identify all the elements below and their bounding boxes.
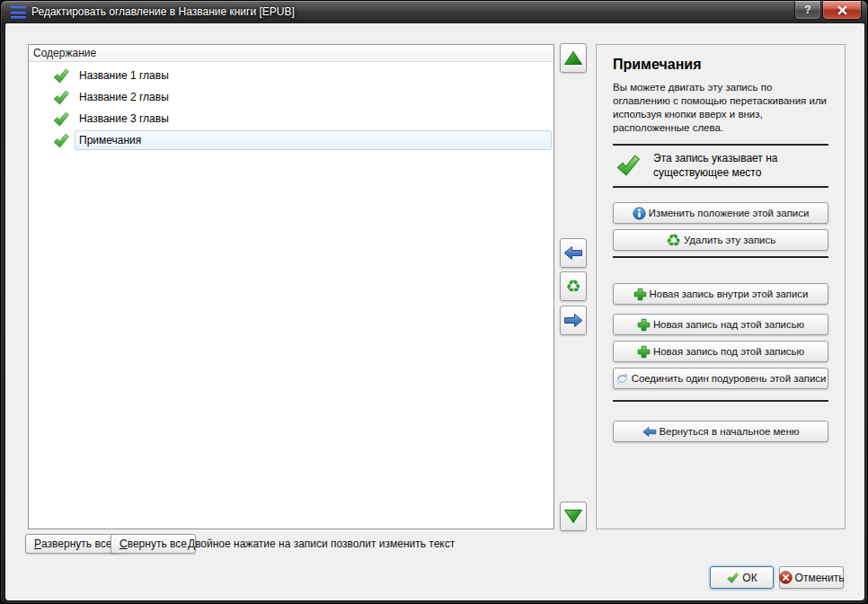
ok-button[interactable]: ОК: [710, 566, 774, 589]
toc-entry-label: Название 2 главы: [75, 87, 552, 107]
plus-icon: [637, 345, 651, 359]
close-button[interactable]: [822, 1, 862, 20]
toc-entry-label: Название 3 главы: [75, 109, 552, 129]
cancel-icon: [779, 571, 793, 584]
check-icon: [51, 88, 71, 106]
recycle-icon: ♻: [666, 232, 681, 249]
plus-icon: [637, 318, 651, 332]
expand-all-button[interactable]: Развернуть все: [25, 534, 120, 554]
toc-entry[interactable]: Название 2 главы: [29, 86, 554, 108]
delete-entry-button[interactable]: ♻Удалить эту запись: [613, 229, 828, 251]
toc-entry-label: Название 1 главы: [75, 66, 552, 85]
toc-entry[interactable]: Примечания: [29, 129, 554, 151]
button-label: Вернуться в начальное меню: [660, 426, 800, 437]
check-icon: [51, 131, 71, 149]
window-title: Редактировать оглавление в Название книг…: [31, 1, 295, 23]
toc-menu-icon: [11, 6, 26, 19]
recycle-icon: ♻: [565, 278, 580, 295]
entry-panel: Примечания Вы можете двигать эту запись …: [596, 44, 846, 529]
move-down-button[interactable]: [560, 502, 587, 531]
toc-entry[interactable]: Название 1 главы: [29, 65, 554, 86]
dialog-window: Редактировать оглавление в Название книг…: [0, 0, 868, 604]
button-label: Новая запись под этой записью: [653, 346, 804, 357]
close-x-icon: [837, 5, 847, 15]
down-triangle-icon: [563, 509, 583, 524]
right-arrow-icon: [563, 313, 583, 328]
indent-button[interactable]: [560, 306, 587, 335]
help-button[interactable]: ?: [794, 1, 821, 20]
new-entry-inside-button[interactable]: Новая запись внутри этой записи: [613, 283, 828, 305]
separator: [613, 256, 828, 258]
titlebar[interactable]: Редактировать оглавление в Название книг…: [1, 1, 867, 23]
delete-button[interactable]: ♻: [560, 271, 587, 301]
change-location-button[interactable]: Изменить положение этой записи: [613, 202, 828, 224]
merge-icon: [616, 372, 629, 386]
separator: [613, 400, 828, 402]
toc-entry-label: Примечания: [75, 130, 552, 150]
plus-icon: [633, 288, 647, 301]
button-label: Новая запись внутри этой записи: [650, 289, 809, 299]
new-entry-above-button[interactable]: Новая запись над этой записью: [613, 314, 828, 335]
panel-description: Вы можете двигать эту запись по оглавлен…: [613, 81, 828, 135]
collapse-all-button[interactable]: Свернуть все: [111, 534, 196, 554]
toc-tree[interactable]: Содержание Название 1 главыНазвание 2 гл…: [28, 44, 554, 529]
button-label: Удалить эту запись: [684, 235, 775, 245]
left-arrow-icon: [563, 245, 583, 261]
separator: [613, 186, 828, 188]
up-triangle-icon: [563, 50, 583, 66]
back-arrow-icon: [642, 426, 657, 438]
return-to-menu-button[interactable]: Вернуться в начальное меню: [613, 421, 828, 442]
new-entry-below-button[interactable]: Новая запись под этой записью: [613, 341, 828, 362]
toc-entry[interactable]: Название 3 главы: [29, 108, 554, 129]
button-label: Изменить положение этой записи: [649, 208, 810, 218]
move-up-button[interactable]: [560, 43, 587, 73]
location-status: Эта запись указывает на существующее мес…: [613, 146, 828, 186]
ok-check-icon: [726, 572, 740, 584]
panel-title: Примечания: [613, 57, 828, 73]
check-icon: [51, 67, 71, 84]
button-label: Новая запись над этой записью: [653, 319, 804, 330]
info-icon: [633, 207, 646, 220]
button-label: Соединить один подуровень этой записи: [632, 373, 827, 384]
check-icon: [615, 153, 642, 178]
toc-tree-header: Содержание: [29, 45, 554, 62]
check-icon: [51, 110, 71, 128]
merge-sublevel-button[interactable]: Соединить один подуровень этой записи: [613, 368, 828, 389]
location-status-text: Эта запись указывает на существующее мес…: [653, 151, 810, 180]
unindent-button[interactable]: [560, 238, 587, 268]
cancel-button[interactable]: Отменить: [779, 566, 844, 589]
double-click-hint: Двойное нажатие на записи позволит измен…: [188, 534, 455, 554]
